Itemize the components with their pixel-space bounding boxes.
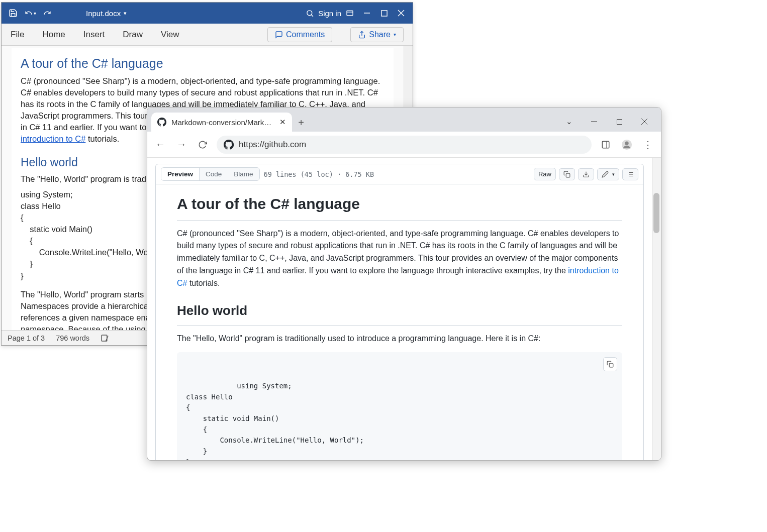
download-icon[interactable]: [578, 168, 594, 180]
undo-icon[interactable]: ▾: [22, 5, 39, 21]
ribbon-file[interactable]: File: [11, 30, 24, 40]
gh-paragraph: C# (pronounced "See Sharp") is a modern,…: [177, 228, 622, 290]
close-icon[interactable]: [632, 112, 657, 132]
browser-toolbar: ← → https://github.com ⋮: [147, 132, 661, 158]
menu-icon[interactable]: ⋮: [641, 138, 655, 152]
profile-icon[interactable]: [620, 138, 634, 152]
browser-window: Markdown-conversion/Markdow ✕ + ⌄ ← → ht…: [147, 107, 661, 461]
svg-rect-15: [602, 141, 609, 148]
status-words[interactable]: 796 words: [56, 334, 89, 342]
signin-button[interactable]: Sign in: [318, 9, 341, 18]
gh-paragraph: The "Hello, World" program is traditiona…: [177, 333, 622, 345]
github-icon: [157, 118, 166, 127]
word-filename[interactable]: Input.docx▾: [86, 9, 127, 18]
browser-tabstrip: Markdown-conversion/Markdow ✕ + ⌄: [147, 108, 661, 132]
gh-filebar: Preview Code Blame 69 lines (45 loc) · 6…: [156, 164, 643, 184]
tab-title: Markdown-conversion/Markdow: [171, 118, 274, 127]
minimize-icon[interactable]: [358, 5, 375, 21]
url-text: https://github.com: [239, 140, 306, 150]
copy-icon[interactable]: [559, 168, 575, 180]
ribbon-view[interactable]: View: [161, 30, 179, 40]
ribbon-home[interactable]: Home: [42, 30, 65, 40]
share-button[interactable]: Share▾: [350, 27, 404, 42]
svg-rect-12: [617, 119, 622, 124]
status-spellcheck-icon[interactable]: [101, 334, 110, 343]
browser-scrollbar[interactable]: [652, 158, 661, 460]
minimize-icon[interactable]: [582, 112, 607, 132]
svg-point-18: [625, 141, 628, 145]
gh-file-view: Preview Code Blame 69 lines (45 loc) · 6…: [155, 164, 644, 460]
word-titlebar: ▾ Input.docx▾ Sign in: [2, 3, 413, 24]
ribbon-draw[interactable]: Draw: [123, 30, 143, 40]
word-ribbon: File Home Insert Draw View Comments Shar…: [2, 24, 413, 46]
maximize-icon[interactable]: [607, 112, 632, 132]
gh-article: A tour of the C# language C# (pronounced…: [156, 184, 643, 460]
svg-rect-2: [347, 11, 353, 15]
status-page[interactable]: Page 1 of 3: [8, 334, 45, 342]
ribbon-insert[interactable]: Insert: [83, 30, 105, 40]
gh-tab-blame[interactable]: Blame: [228, 168, 259, 180]
scrollbar-thumb[interactable]: [653, 193, 659, 233]
browser-content: Preview Code Blame 69 lines (45 loc) · 6…: [147, 158, 661, 460]
doc-heading-1: A tour of the C# language: [21, 55, 385, 72]
svg-rect-5: [381, 10, 387, 16]
svg-rect-27: [609, 363, 613, 367]
forward-icon: →: [174, 138, 188, 152]
svg-point-0: [307, 10, 312, 15]
maximize-icon[interactable]: [375, 5, 393, 21]
chevron-down-icon[interactable]: ⌄: [556, 112, 582, 132]
close-icon[interactable]: [393, 5, 410, 21]
sidepanel-icon[interactable]: [599, 138, 613, 152]
browser-tab[interactable]: Markdown-conversion/Markdow ✕: [151, 113, 292, 132]
gh-view-segmented: Preview Code Blame: [161, 167, 260, 181]
ribbon-display-icon[interactable]: [341, 5, 358, 21]
back-icon[interactable]: ←: [153, 138, 167, 152]
new-tab-button[interactable]: +: [292, 114, 310, 132]
gh-tab-preview[interactable]: Preview: [161, 168, 200, 180]
svg-rect-19: [566, 173, 570, 177]
tab-close-icon[interactable]: ✕: [279, 118, 286, 127]
doc-link-intro[interactable]: introduction to C#: [21, 134, 85, 143]
gh-file-stats: 69 lines (45 loc) · 6.75 KB: [264, 170, 374, 178]
redo-icon[interactable]: [39, 5, 56, 21]
outline-icon[interactable]: [622, 168, 638, 180]
reload-icon[interactable]: [196, 138, 210, 152]
gh-heading-1: A tour of the C# language: [177, 192, 622, 221]
svg-line-1: [311, 15, 313, 17]
edit-icon[interactable]: ▾: [597, 168, 619, 180]
copy-code-icon[interactable]: [603, 357, 617, 371]
url-bar[interactable]: https://github.com: [217, 136, 592, 154]
raw-button[interactable]: Raw: [534, 168, 556, 180]
search-icon[interactable]: [301, 5, 318, 21]
comments-button[interactable]: Comments: [267, 27, 332, 42]
gh-heading-2: Hello world: [177, 300, 622, 325]
gh-codeblock: using System; class Hello { static void …: [177, 352, 622, 460]
save-icon[interactable]: [5, 5, 22, 21]
gh-tab-code[interactable]: Code: [200, 168, 228, 180]
github-icon: [224, 140, 234, 150]
